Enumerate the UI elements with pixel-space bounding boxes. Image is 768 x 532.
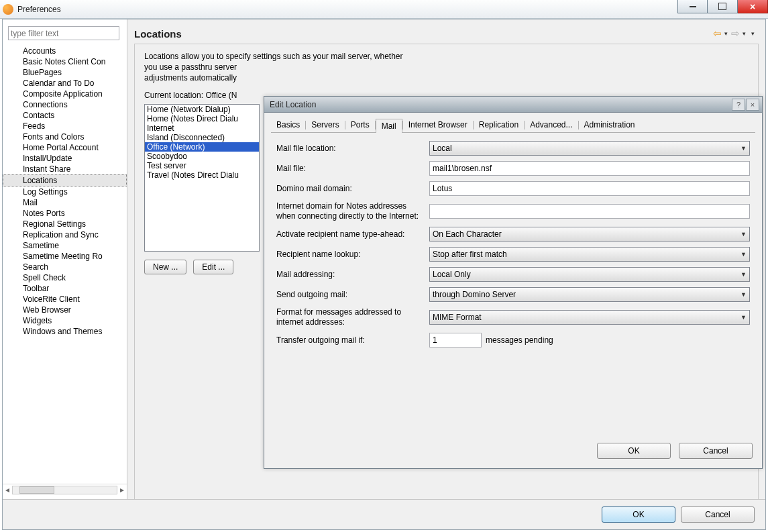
tree-item[interactable]: Sametime Meeting Ro — [3, 251, 127, 262]
new-button[interactable]: New ... — [144, 260, 186, 274]
location-item[interactable]: Home (Notes Direct Dialu — [145, 114, 259, 123]
location-item[interactable]: Office (Network) — [145, 142, 259, 152]
tree-item[interactable]: Install/Update — [3, 153, 127, 164]
send-outgoing-label: Send outgoing mail: — [276, 290, 429, 300]
dialog-title: Edit Location — [270, 100, 316, 109]
mail-file-input[interactable] — [429, 161, 750, 176]
back-icon[interactable]: ⇦ — [711, 28, 723, 40]
tree-item[interactable]: Calendar and To Do — [3, 78, 127, 89]
tree-item[interactable]: Log Settings — [3, 187, 127, 197]
tree-item[interactable]: Replication and Sync — [3, 229, 127, 240]
internet-domain-label: Internet domain for Notes addresses when… — [276, 201, 429, 221]
location-item[interactable]: Test server — [145, 161, 259, 170]
internet-domain-input[interactable] — [429, 204, 750, 219]
back-menu-icon[interactable]: ▾ — [724, 30, 728, 37]
tab-basics[interactable]: Basics — [271, 118, 305, 132]
tree-item[interactable]: Widgets — [3, 315, 127, 326]
close-button[interactable]: × — [738, 0, 768, 13]
tree-item[interactable]: Web Browser — [3, 305, 127, 315]
location-item[interactable]: Travel (Notes Direct Dialu — [145, 170, 259, 180]
tree-item[interactable]: Contacts — [3, 110, 127, 121]
help-button[interactable]: ? — [732, 99, 745, 111]
tree-item[interactable]: Feeds — [3, 121, 127, 131]
tree-item[interactable]: Sametime — [3, 240, 127, 251]
tree-item[interactable]: Accounts — [3, 46, 127, 56]
tree-item[interactable]: Basic Notes Client Con — [3, 56, 127, 67]
dialog-ok-button[interactable]: OK — [597, 443, 671, 459]
window-title: Preferences — [17, 5, 61, 14]
mail-file-location-label: Mail file location: — [276, 144, 429, 154]
tree-item[interactable]: Notes Ports — [3, 208, 127, 219]
chevron-down-icon: ▼ — [740, 291, 747, 298]
maximize-button[interactable] — [708, 0, 738, 13]
view-menu-icon[interactable]: ▾ — [751, 30, 755, 37]
window-controls: × — [677, 0, 768, 13]
ok-button[interactable]: OK — [602, 507, 675, 523]
preferences-bottom-bar: OK Cancel — [3, 499, 765, 529]
tree-scrollbar[interactable]: ◂ ▸ — [3, 484, 127, 495]
tree-item[interactable]: Fonts and Colors — [3, 131, 127, 142]
dialog-close-button[interactable]: × — [746, 99, 759, 111]
location-item[interactable]: Island (Disconnected) — [145, 133, 259, 142]
dialog-body: Mail file location: Local ▼ Mail file: D… — [271, 132, 755, 437]
mail-file-location-select[interactable]: Local ▼ — [429, 141, 750, 156]
chevron-down-icon: ▼ — [740, 251, 747, 258]
tree-item[interactable]: VoiceRite Client — [3, 294, 127, 305]
dialog-bottom: OK Cancel — [264, 437, 762, 468]
tab-servers[interactable]: Servers — [306, 118, 344, 132]
tree-item[interactable]: Toolbar — [3, 283, 127, 294]
location-item[interactable]: Home (Network Dialup) — [145, 105, 259, 114]
location-item[interactable]: Internet — [145, 123, 259, 133]
tree-item[interactable]: Instant Share — [3, 164, 127, 174]
mail-file-location-value: Local — [433, 144, 452, 153]
tab-internet-browser[interactable]: Internet Browser — [403, 118, 473, 132]
forward-menu-icon[interactable]: ▾ — [743, 30, 746, 37]
tree-item[interactable]: Mail — [3, 197, 127, 208]
tree-item[interactable]: Spell Check — [3, 272, 127, 283]
edit-location-dialog: Edit Location ? × BasicsServersPortsMail… — [264, 96, 763, 469]
location-item[interactable]: Scoobydoo — [145, 152, 259, 161]
tab-administration[interactable]: Administration — [579, 118, 641, 132]
tab-advanced-[interactable]: Advanced... — [525, 118, 578, 132]
send-outgoing-select[interactable]: through Domino Server ▼ — [429, 287, 750, 302]
scroll-right-icon: ▸ — [120, 485, 124, 494]
mail-addressing-label: Mail addressing: — [276, 270, 429, 280]
scroll-track[interactable] — [12, 486, 117, 494]
tree-item[interactable]: Search — [3, 262, 127, 272]
mail-addressing-value: Local Only — [433, 270, 471, 279]
tree[interactable]: AccountsBasic Notes Client ConBluePagesC… — [3, 43, 127, 484]
tree-item[interactable]: Regional Settings — [3, 219, 127, 229]
tree-item[interactable]: Windows and Themes — [3, 326, 127, 337]
transfer-input[interactable] — [429, 333, 482, 348]
cancel-button[interactable]: Cancel — [681, 507, 755, 523]
dialog-titlebar[interactable]: Edit Location ? × — [264, 97, 762, 113]
tree-item[interactable]: Composite Application — [3, 89, 127, 99]
mail-addressing-select[interactable]: Local Only ▼ — [429, 267, 750, 282]
domino-domain-input[interactable] — [429, 181, 750, 196]
dialog-cancel-button[interactable]: Cancel — [679, 443, 753, 459]
tree-item[interactable]: Home Portal Account — [3, 142, 127, 153]
typeahead-select[interactable]: On Each Character ▼ — [429, 227, 750, 242]
forward-icon[interactable]: ⇨ — [729, 28, 741, 40]
tab-replication[interactable]: Replication — [474, 118, 524, 132]
tab-ports[interactable]: Ports — [345, 118, 375, 132]
edit-button[interactable]: Edit ... — [193, 260, 233, 274]
transfer-suffix: messages pending — [486, 335, 553, 345]
chevron-down-icon: ▼ — [740, 145, 747, 152]
tree-item[interactable]: Connections — [3, 99, 127, 110]
lookup-select[interactable]: Stop after first match ▼ — [429, 247, 750, 262]
page-title: Locations — [134, 28, 182, 40]
tab-mail[interactable]: Mail — [376, 119, 402, 133]
dialog-controls: ? × — [732, 99, 759, 111]
format-select[interactable]: MIME Format ▼ — [429, 310, 750, 325]
minimize-button[interactable] — [677, 0, 708, 13]
sidebar: AccountsBasic Notes Client ConBluePagesC… — [3, 19, 127, 499]
filter-input[interactable] — [8, 26, 119, 40]
tree-item[interactable]: Locations — [3, 174, 127, 187]
tree-item[interactable]: BluePages — [3, 67, 127, 78]
titlebar: Preferences × — [0, 0, 768, 19]
typeahead-label: Activate recipient name type-ahead: — [276, 229, 429, 240]
chevron-down-icon: ▼ — [740, 314, 747, 321]
app-icon — [3, 4, 13, 15]
locations-list[interactable]: Home (Network Dialup)Home (Notes Direct … — [144, 104, 260, 252]
